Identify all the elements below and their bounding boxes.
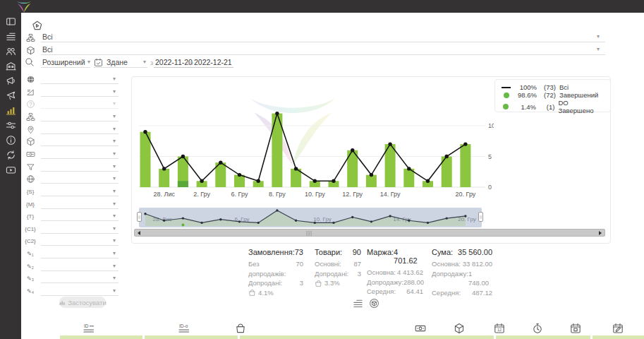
scroll-left-icon[interactable]: [138, 231, 140, 235]
chevron-down-icon[interactable]: ▾: [113, 164, 116, 170]
bag-icon[interactable]: [235, 323, 246, 334]
chevron-down-icon[interactable]: ▾: [113, 114, 116, 119]
filter-select-input[interactable]: [41, 98, 119, 109]
stat-column: Сума:35 560.00Основна:33 812.00Допродажу…: [432, 248, 492, 297]
id-link-icon[interactable]: ID-o: [178, 323, 190, 334]
filter-select-input[interactable]: [41, 186, 119, 196]
filter-row-text-13: {C2}▾: [0, 235, 127, 247]
date-to-input[interactable]: 2022-12-21: [193, 58, 233, 68]
filter-select-input[interactable]: [41, 210, 119, 221]
filter-select-input[interactable]: [41, 285, 119, 296]
banknote-icon[interactable]: [415, 323, 426, 334]
stat-row: Допродажу:1 748.00: [432, 269, 492, 288]
navigator-left-handle[interactable]: ||: [137, 212, 142, 222]
date-preset-value: Здане: [107, 58, 128, 66]
scroll-right-icon[interactable]: [599, 231, 602, 235]
legend-item-do-completed[interactable]: 1.4% (1) DO Завершено: [501, 99, 604, 114]
chevron-down-icon[interactable]: ▾: [113, 201, 116, 207]
sidebar-item-building[interactable]: [5, 61, 16, 71]
table-group-cell: [60, 335, 142, 339]
filter-select-input[interactable]: [41, 161, 119, 172]
chevron-down-icon[interactable]: ▾: [143, 59, 146, 65]
legend-item-completed[interactable]: 98.6% (72) Завершений: [501, 91, 604, 99]
chevron-down-icon[interactable]: ▾: [113, 275, 116, 281]
apply-button[interactable]: Застосувати: [59, 297, 106, 308]
product-filter-icon: [26, 45, 35, 54]
legend-item-all[interactable]: 100% (73) Всі: [501, 83, 604, 91]
svg-text:ID: ID: [84, 323, 89, 328]
chevron-down-icon[interactable]: ▾: [113, 101, 116, 107]
upsell-percent: 3.3%: [315, 278, 361, 288]
top-bar: [0, 0, 644, 13]
filter-select-input[interactable]: [41, 136, 119, 146]
filter-select-input[interactable]: [41, 223, 119, 234]
scrollbar-grip[interactable]: |||: [306, 230, 312, 236]
calendar-box-icon[interactable]: [570, 323, 581, 334]
chart-scrollbar[interactable]: |||: [134, 229, 605, 237]
stat-row: Основна:33 812.00: [432, 259, 492, 269]
filter-select-input[interactable]: [41, 273, 119, 283]
navigator-right-handle[interactable]: ||: [478, 212, 483, 222]
chevron-down-icon[interactable]: ▾: [113, 138, 116, 144]
chevron-down-icon[interactable]: ▾: [113, 226, 116, 232]
filter-row-banknote: ▾: [0, 148, 127, 160]
sidebar-item-users[interactable]: [5, 46, 16, 56]
stat-row: Основні:87: [315, 259, 361, 269]
chevron-down-icon[interactable]: ▾: [113, 151, 116, 157]
filter-select-input[interactable]: [41, 173, 119, 184]
sidebar-item-dashboard[interactable]: [5, 16, 16, 27]
cube-circle-icon[interactable]: [369, 298, 379, 309]
chevron-down-icon[interactable]: ▾: [113, 76, 116, 82]
chevron-down-icon[interactable]: ▾: [597, 47, 600, 52]
svg-text:ID-o: ID-o: [179, 323, 188, 328]
chevron-down-icon[interactable]: ▾: [597, 34, 600, 40]
chevron-down-icon[interactable]: ▾: [113, 176, 116, 182]
levels-icon: [25, 87, 36, 97]
chart-mini-icon: [59, 299, 66, 306]
filter-select-input[interactable]: [41, 73, 119, 84]
chevron-down-icon[interactable]: ▾: [113, 189, 116, 194]
chevron-down-icon[interactable]: ▾: [113, 89, 116, 95]
app-root: Всі ▾ Всі ▾ Розширений ▾ Здане ▾ з 2022-…: [0, 0, 644, 339]
chevron-down-icon[interactable]: ▾: [113, 263, 116, 269]
cube-icon[interactable]: [454, 323, 465, 334]
list-indent-icon[interactable]: [353, 298, 363, 309]
group-filter-select[interactable]: Всі ▾: [41, 31, 605, 42]
tag-icon: {M}: [25, 199, 36, 210]
clock-icon[interactable]: [532, 323, 543, 334]
chevron-down-icon[interactable]: ▾: [113, 251, 116, 256]
filter-select-input[interactable]: [41, 261, 119, 271]
filter-select-input[interactable]: [41, 148, 119, 159]
chevron-down-icon[interactable]: ▾: [113, 238, 116, 244]
chevron-down-icon[interactable]: ▾: [113, 288, 116, 294]
svg-text:0: 0: [488, 184, 492, 191]
filter-select-input[interactable]: [41, 198, 119, 209]
tag-icon: ✎₂: [25, 261, 36, 272]
id-lines-icon[interactable]: ID: [83, 323, 95, 334]
chevron-down-icon[interactable]: ▾: [113, 126, 116, 132]
filter-select-input[interactable]: [41, 86, 119, 97]
chart-legend: 100% (73) Всі 98.6% (72) Завершений 1.4%…: [494, 79, 611, 112]
globe-icon: [25, 174, 36, 184]
chart-navigator[interactable]: 28. Лис6. Гру10. Гру14. Гру20. Гру: [139, 208, 482, 227]
filter-select-input[interactable]: [41, 235, 119, 246]
filter-select-input[interactable]: [41, 124, 119, 134]
calendar-12-icon[interactable]: 12: [494, 323, 505, 334]
dot-swatch: [501, 104, 511, 109]
sidebar-item-list-indent[interactable]: [5, 31, 16, 42]
filter-select-input[interactable]: [41, 111, 119, 121]
dot-swatch: [501, 93, 511, 98]
calendar-edit-icon[interactable]: [612, 323, 624, 334]
table-group-cell: [593, 335, 644, 339]
date-preset-select[interactable]: Здане ▾: [94, 57, 147, 68]
product-filter-select[interactable]: Всі ▾: [41, 44, 605, 55]
orders-chart[interactable]: 051028. Лис2. Гру6. Гру8. Гру10. Гру12. …: [138, 79, 494, 199]
group-filter-icon: [26, 32, 35, 42]
filter-select-input[interactable]: [41, 248, 119, 258]
chevron-down-icon[interactable]: ▾: [87, 59, 90, 65]
app-logo-icon[interactable]: [13, 0, 35, 14]
tag-icon: ✎₁: [25, 249, 36, 259]
search-mode-select[interactable]: Розширений ▾: [41, 57, 90, 68]
chevron-down-icon[interactable]: ▾: [113, 213, 116, 219]
filter-row-pin: ▾: [0, 124, 127, 136]
